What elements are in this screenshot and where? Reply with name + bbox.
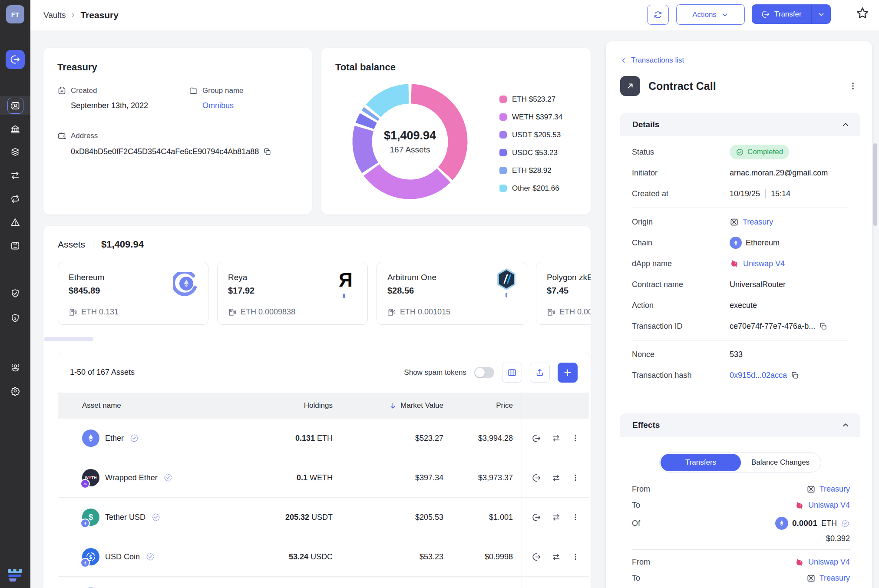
row-menu-icon[interactable] bbox=[571, 473, 580, 482]
ethereum-logo bbox=[173, 272, 198, 297]
sidebar-item-swaps[interactable] bbox=[0, 189, 30, 208]
transfer-button[interactable]: Transfer bbox=[752, 4, 811, 24]
back-to-transactions-link[interactable]: Transactions list bbox=[620, 56, 684, 65]
to-link[interactable]: Uniswap V4 bbox=[808, 501, 850, 510]
created-label: Created bbox=[57, 86, 148, 95]
transfer-icon bbox=[761, 10, 770, 19]
sidebar-item-institutions[interactable] bbox=[0, 120, 30, 139]
tab-transfers[interactable]: Transfers bbox=[661, 454, 741, 471]
assets-table: 1-50 of 167 Assets Show spam tokens bbox=[58, 352, 589, 588]
price: $1.001 bbox=[443, 513, 513, 522]
plus-icon bbox=[563, 368, 572, 377]
effects-header[interactable]: Effects bbox=[620, 413, 860, 437]
workspace-logo[interactable]: FT bbox=[6, 5, 24, 23]
chain-card-reya[interactable]: Reya $17.92 ETH 0.0009838 R bbox=[217, 262, 368, 325]
fireblocks-logo bbox=[7, 569, 23, 582]
contract-call-icon bbox=[620, 76, 640, 96]
row-menu-icon[interactable] bbox=[571, 434, 580, 443]
origin-link[interactable]: Treasury bbox=[743, 218, 773, 227]
table-row[interactable]: WETH ∞ Wrapped Ether 0.1 WETH $397.34 $3… bbox=[58, 458, 589, 498]
chain-name: Reya bbox=[228, 273, 357, 282]
sidebar-item-policies[interactable] bbox=[0, 309, 30, 328]
from-link[interactable]: Treasury bbox=[820, 485, 850, 494]
copy-icon[interactable] bbox=[791, 371, 799, 380]
transfer-action-icon[interactable] bbox=[532, 513, 541, 522]
sidebar-item-vaults[interactable] bbox=[0, 96, 30, 115]
wallet-icon bbox=[57, 131, 66, 140]
panel-menu-icon[interactable] bbox=[848, 81, 858, 91]
table-row[interactable]: $ Tether USD 205.32 USDT $205.53 $1.001 bbox=[58, 498, 589, 537]
shield-dollar-icon bbox=[10, 313, 20, 324]
sidebar-item-settings[interactable] bbox=[0, 381, 30, 400]
export-button[interactable] bbox=[530, 363, 550, 383]
vault-icon bbox=[806, 485, 816, 494]
divider bbox=[632, 340, 849, 340]
details-header[interactable]: Details bbox=[620, 113, 860, 136]
package-icon bbox=[10, 241, 20, 251]
swap-action-icon[interactable] bbox=[552, 552, 561, 562]
chain-card-polygon-zkevm[interactable]: Polygon zkEVM $7.45 ETH 0.00 bbox=[536, 262, 591, 325]
transfer-split-button: Transfer bbox=[752, 4, 831, 24]
group-name-link[interactable]: Omnibus bbox=[202, 101, 244, 110]
copy-icon[interactable] bbox=[819, 322, 827, 330]
chain-card-arbitrum[interactable]: Arbitrum One $28.56 ETH 0.001015 bbox=[377, 262, 527, 325]
swap-action-icon[interactable] bbox=[552, 513, 561, 522]
transfer-unit: ETH bbox=[821, 519, 837, 528]
balance-donut-chart: $1,409.94 167 Assets bbox=[351, 83, 469, 201]
sidebar-item-packages[interactable] bbox=[0, 236, 30, 255]
transfer-action-icon[interactable] bbox=[532, 473, 541, 482]
top-bar: Vaults Treasury Actions Transfer bbox=[30, 0, 879, 30]
divider bbox=[632, 549, 850, 550]
created-time: 15:14 bbox=[771, 189, 790, 198]
actions-button[interactable]: Actions bbox=[676, 4, 745, 25]
nonce-row: Nonce 533 bbox=[620, 344, 860, 365]
refresh-button[interactable] bbox=[647, 5, 669, 25]
swap-action-icon[interactable] bbox=[552, 434, 561, 443]
row-menu-icon[interactable] bbox=[571, 552, 580, 561]
column-settings-button[interactable] bbox=[502, 363, 522, 383]
chains-horizontal-scrollbar[interactable] bbox=[44, 337, 93, 341]
table-row[interactable] bbox=[58, 577, 589, 588]
col-market-value[interactable]: Market Value bbox=[333, 401, 443, 410]
sidebar-item-alerts[interactable] bbox=[0, 213, 30, 232]
col-price[interactable]: Price bbox=[443, 401, 513, 410]
sidebar-item-transactions[interactable] bbox=[0, 166, 30, 185]
page-scrollbar-thumb[interactable] bbox=[873, 143, 877, 226]
gas-pump-icon bbox=[387, 308, 396, 317]
chain-value: $7.45 bbox=[547, 286, 591, 296]
sidebar-item-users[interactable] bbox=[0, 358, 30, 377]
columns-icon bbox=[507, 368, 517, 377]
origin-row: Origin Treasury bbox=[620, 211, 860, 232]
transfer-action-icon[interactable] bbox=[532, 434, 541, 443]
table-row[interactable]: $ USD Coin 53.24 USDC $53.23 $0.9998 bbox=[58, 537, 589, 577]
vault-icon bbox=[806, 574, 816, 583]
contract-link[interactable]: UniversalRouter bbox=[730, 280, 786, 289]
copy-icon[interactable] bbox=[263, 148, 271, 156]
col-asset-name[interactable]: Asset name bbox=[58, 401, 258, 410]
new-transfer-button[interactable] bbox=[6, 50, 25, 69]
sidebar-item-staking[interactable] bbox=[0, 142, 30, 162]
from-link[interactable]: Uniswap V4 bbox=[808, 558, 850, 567]
donut-center-value: $1,409.94 bbox=[384, 129, 436, 142]
dapp-link[interactable]: Uniswap V4 bbox=[743, 259, 785, 268]
tab-balance-changes[interactable]: Balance Changes bbox=[741, 458, 820, 467]
row-menu-icon[interactable] bbox=[571, 513, 580, 522]
sidebar-item-compliance[interactable] bbox=[0, 284, 30, 303]
hash-link[interactable]: 0x915d...02acca bbox=[730, 371, 787, 380]
usdt-token-icon: $ bbox=[82, 509, 99, 526]
table-row[interactable]: Ether 0.131 ETH $523.27 $3,994.28 bbox=[58, 419, 589, 458]
chain-card-ethereum[interactable]: Ethereum $845.89 ETH 0.131 bbox=[58, 262, 208, 325]
col-holdings[interactable]: Holdings bbox=[258, 401, 333, 410]
transfer-dropdown-button[interactable] bbox=[811, 4, 831, 24]
add-asset-button[interactable] bbox=[558, 363, 578, 383]
donut-center-label: 167 Assets bbox=[390, 145, 430, 155]
breadcrumb-vaults[interactable]: Vaults bbox=[43, 10, 66, 20]
swap-action-icon[interactable] bbox=[552, 473, 561, 482]
svg-text:$: $ bbox=[89, 554, 93, 560]
assets-total: $1,409.94 bbox=[101, 239, 144, 250]
to-link[interactable]: Treasury bbox=[820, 574, 850, 583]
favorite-star-button[interactable] bbox=[856, 6, 869, 20]
show-spam-toggle[interactable] bbox=[474, 367, 494, 378]
transfer-action-icon[interactable] bbox=[532, 552, 541, 562]
details-section: Details Status Completed Initiator arnac… bbox=[620, 113, 860, 393]
